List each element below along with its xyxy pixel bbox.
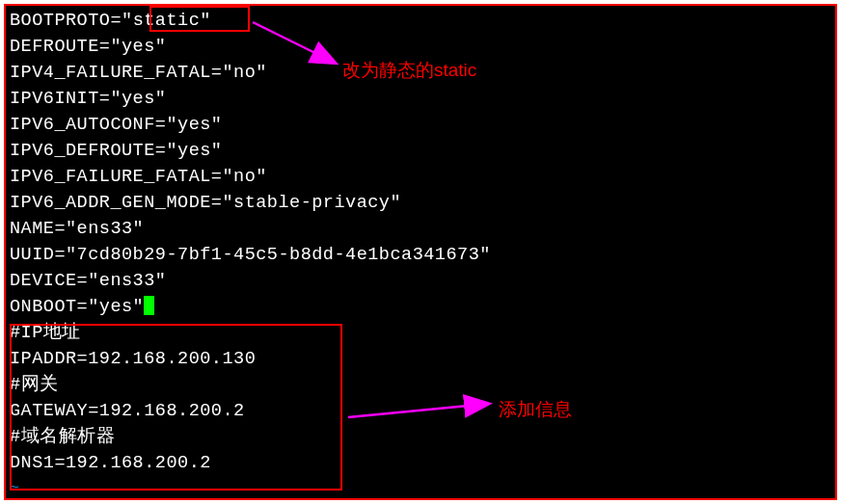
annotation-static: 改为静态的static xyxy=(342,57,476,83)
config-line-defroute: DEFROUTE="yes" xyxy=(10,34,831,60)
cursor-icon xyxy=(144,296,154,315)
config-line-gateway: GATEWAY=192.168.200.2 xyxy=(10,398,831,424)
config-line-ipv6init: IPV6INIT="yes" xyxy=(10,86,831,112)
config-line-ipv6addrgen: IPV6_ADDR_GEN_MODE="stable-privacy" xyxy=(10,190,831,216)
config-line-ipaddr: IPADDR=192.168.200.130 xyxy=(10,346,831,372)
config-line-onboot: ONBOOT="yes" xyxy=(10,294,831,320)
annotation-add-info: 添加信息 xyxy=(499,396,572,422)
text: BOOTPROTO=" xyxy=(10,11,133,31)
config-line-ip-comment: #IP地址 xyxy=(10,320,831,346)
config-line-bootproto: BOOTPROTO="static" xyxy=(10,8,831,34)
config-line-name: NAME="ens33" xyxy=(10,216,831,242)
terminal-editor[interactable]: BOOTPROTO="static" DEFROUTE="yes" IPV4_F… xyxy=(4,4,837,500)
config-line-uuid: UUID="7cd80b29-7bf1-45c5-b8dd-4e1bca3416… xyxy=(10,242,831,268)
config-line-ipv6failure: IPV6_FAILURE_FATAL="no" xyxy=(10,164,831,190)
config-line-gateway-comment: #网关 xyxy=(10,372,831,398)
vim-tilde: ~ xyxy=(10,476,831,502)
config-line-device: DEVICE="ens33" xyxy=(10,268,831,294)
config-line-ipv6autoconf: IPV6_AUTOCONF="yes" xyxy=(10,112,831,138)
text: ONBOOT="yes" xyxy=(10,297,144,317)
config-line-dns-comment: #域名解析器 xyxy=(10,424,831,450)
config-line-ipv6defroute: IPV6_DEFROUTE="yes" xyxy=(10,138,831,164)
text: " xyxy=(200,11,211,31)
bootproto-value: static xyxy=(133,11,201,31)
config-line-dns1: DNS1=192.168.200.2 xyxy=(10,450,831,476)
